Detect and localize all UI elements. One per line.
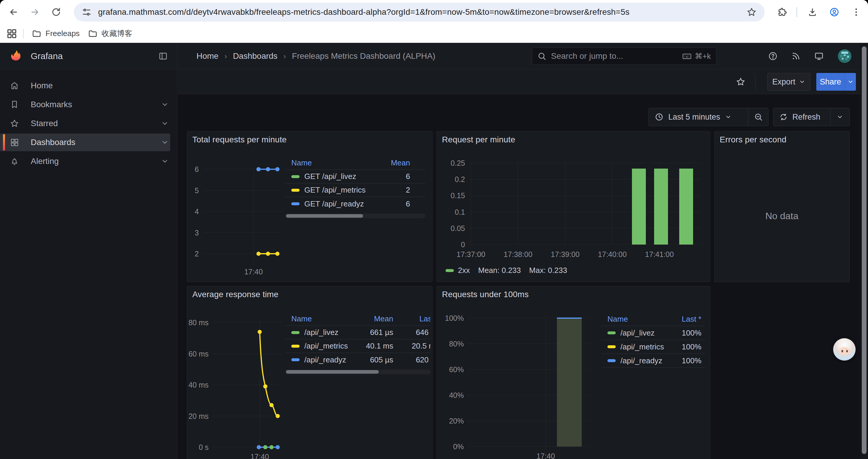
user-avatar[interactable] <box>838 49 851 63</box>
download-icon[interactable] <box>804 4 821 21</box>
legend-row[interactable]: GET /api/_readyz6 <box>285 197 426 210</box>
dashboard-toolbar: Export Share <box>178 69 860 94</box>
browser-menu-icon[interactable] <box>848 4 864 21</box>
series-name[interactable]: /api/_metrics <box>304 341 348 351</box>
series-color-swatch <box>291 189 300 192</box>
refresh-button[interactable]: Refresh <box>773 108 850 126</box>
legend-scrollbar-thumb[interactable] <box>286 214 363 218</box>
series-name[interactable]: 2xx <box>458 266 470 275</box>
sidebar-item-alerting[interactable]: Alerting <box>0 153 170 170</box>
scrollbar-thumb[interactable] <box>862 46 867 454</box>
address-bar[interactable]: grafana.mathmast.com/d/deytv4rwavabkb/fr… <box>74 3 765 22</box>
brand-area: Grafana <box>0 43 177 69</box>
legend-header[interactable]: Last * <box>393 314 430 323</box>
panel-legend: NameMeanGET /api/_livez6GET /api/_metric… <box>285 156 426 220</box>
panel-average-response-time[interactable]: Average response time 80 ms60 ms40 ms20 … <box>187 286 433 459</box>
panel-request-per-minute[interactable]: Request per minute 0.250.20.150.10.05017… <box>436 131 710 282</box>
chevron-down-icon[interactable] <box>161 157 169 165</box>
sidebar-item-bookmarks[interactable]: Bookmarks <box>0 96 170 113</box>
legend-header[interactable]: Name <box>285 314 350 323</box>
news-icon[interactable] <box>789 50 802 63</box>
series-name[interactable]: /api/_livez <box>620 328 655 338</box>
profile-icon[interactable] <box>826 4 843 21</box>
legend-row[interactable]: /api/_readyz605 µs620 µs <box>285 353 430 366</box>
clock-icon <box>655 112 663 121</box>
panel-title: Average response time <box>192 290 279 299</box>
series-color-swatch <box>608 359 616 362</box>
back-icon[interactable] <box>5 4 22 21</box>
sidebar-item-starred[interactable]: Starred <box>0 114 170 132</box>
refresh-interval-button[interactable] <box>830 108 849 126</box>
legend-scrollbar-thumb[interactable] <box>286 370 379 374</box>
svg-text:0.2: 0.2 <box>455 175 465 184</box>
breadcrumb-item[interactable]: Dashboards <box>233 52 277 61</box>
svg-text:0.25: 0.25 <box>451 159 465 167</box>
bookmark-folder[interactable]: Freeleaps <box>32 28 80 39</box>
legend-header[interactable]: Name <box>601 315 666 324</box>
monitor-icon[interactable] <box>812 50 826 63</box>
series-name[interactable]: GET /api/_livez <box>304 172 356 181</box>
time-range-picker[interactable]: Last 5 minutes <box>649 108 769 126</box>
chevron-down-icon <box>799 78 805 85</box>
svg-text:20 ms: 20 ms <box>188 412 209 420</box>
star-icon <box>10 119 19 128</box>
legend-row[interactable]: /api/_metrics100% <box>601 340 706 354</box>
help-icon[interactable] <box>766 50 779 63</box>
share-button-label[interactable]: Share <box>816 73 845 91</box>
legend-header[interactable]: Name <box>285 158 378 167</box>
tab-groups-icon[interactable] <box>6 28 18 40</box>
legend-value: 100% <box>666 342 701 352</box>
page-scrollbar[interactable] <box>860 43 868 459</box>
breadcrumb-item[interactable]: Home <box>196 52 219 61</box>
bookmark-label: 收藏博客 <box>102 28 132 39</box>
series-name[interactable]: /api/_readyz <box>304 355 346 364</box>
panel-errors-per-second[interactable]: Errors per second No data <box>714 131 850 282</box>
sidebar-item-home[interactable]: Home <box>0 77 170 95</box>
legend-header[interactable]: Mean <box>350 314 393 323</box>
share-menu-button[interactable] <box>845 73 856 91</box>
legend-row[interactable]: /api/_livez100% <box>601 326 706 340</box>
extensions-icon[interactable] <box>774 4 790 21</box>
sidebar-item-label: Alerting <box>31 157 59 166</box>
bookmarks-bar: Freeleaps收藏博客 <box>0 24 868 43</box>
series-name[interactable]: /api/_livez <box>304 328 339 337</box>
chevron-down-icon[interactable] <box>161 101 169 108</box>
sidebar-toggle-icon[interactable] <box>157 50 169 63</box>
legend-value: 2 <box>378 186 410 195</box>
legend-scrollbar[interactable] <box>285 369 430 374</box>
export-button[interactable]: Export <box>767 73 810 91</box>
legend-value: 100% <box>666 356 701 365</box>
series-name[interactable]: GET /api/_readyz <box>304 199 364 208</box>
bookmark-folder[interactable]: 收藏博客 <box>88 28 132 39</box>
search-input[interactable]: Search or jump to... ⌘+k <box>532 47 716 65</box>
legend-row[interactable]: GET /api/_livez6 <box>285 170 426 184</box>
legend-header[interactable]: Mean <box>378 158 410 167</box>
svg-text:5: 5 <box>195 186 199 195</box>
sidebar-item-dashboards[interactable]: Dashboards <box>0 133 170 151</box>
series-name[interactable]: /api/_metrics <box>620 342 664 352</box>
panel-requests-under-100ms[interactable]: Requests under 100ms 100%80%60%40%20%0%1… <box>436 286 710 459</box>
breadcrumb-separator: › <box>224 52 227 61</box>
url-text[interactable]: grafana.mathmast.com/d/deytv4rwavabkb/fr… <box>98 7 629 17</box>
reload-icon[interactable] <box>48 4 64 21</box>
legend-row[interactable]: /api/_readyz100% <box>601 354 706 368</box>
forward-icon[interactable] <box>27 4 43 21</box>
bookmark-star-icon[interactable] <box>743 4 760 21</box>
legend-header[interactable]: Last * <box>666 315 701 324</box>
share-button[interactable]: Share <box>816 73 856 91</box>
legend-row[interactable]: /api/_livez661 µs646 µs <box>285 326 430 339</box>
chevron-down-icon <box>847 78 854 85</box>
floating-assistant-avatar[interactable] <box>833 338 856 361</box>
chevron-down-icon[interactable] <box>161 138 169 146</box>
legend-row[interactable]: GET /api/_metrics2 <box>285 184 426 197</box>
zoom-out-button[interactable] <box>748 108 768 126</box>
series-name[interactable]: /api/_readyz <box>620 356 662 365</box>
panel-total-requests[interactable]: Total requests per minute 6543217:40 Nam… <box>187 131 433 282</box>
chevron-down-icon[interactable] <box>161 120 169 127</box>
legend-row[interactable]: /api/_metrics40.1 ms20.5 ms <box>285 339 430 353</box>
series-name[interactable]: GET /api/_metrics <box>304 186 366 195</box>
no-data-label: No data <box>714 210 849 222</box>
favorite-star-icon[interactable] <box>734 75 747 88</box>
legend-scrollbar[interactable] <box>285 214 426 218</box>
site-settings-icon[interactable] <box>82 7 92 17</box>
